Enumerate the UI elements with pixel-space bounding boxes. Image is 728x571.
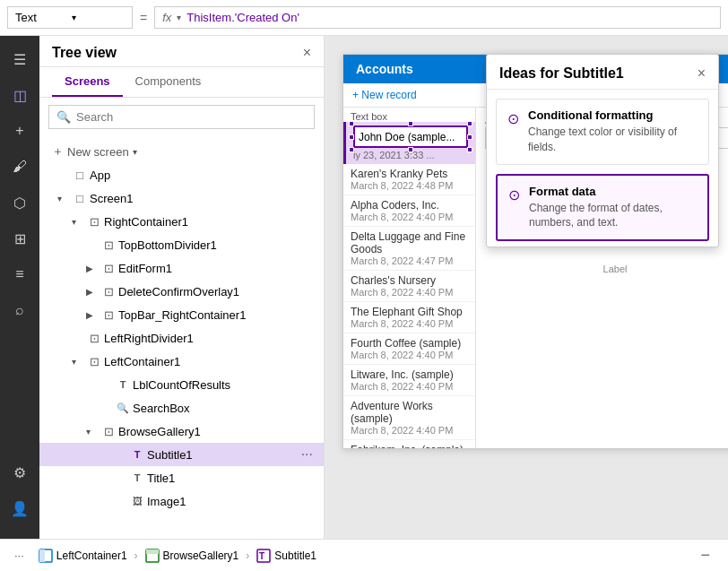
list-item[interactable]: Charles's Nursery March 8, 2022 4:40 PM <box>343 271 475 302</box>
ideas-panel: Ideas for Subtitle1 × ⊙ Conditional form… <box>486 54 719 247</box>
breadcrumb-leftcontainer1[interactable]: LeftContainer1 <box>31 545 134 567</box>
ideas-title: Ideas for Subtitle1 <box>499 65 624 82</box>
list-item[interactable]: Fabrikam, Inc. (sample) March 8, 2022 4:… <box>343 440 475 448</box>
breadcrumb-more-button[interactable]: ··· <box>7 545 31 566</box>
item-name: The Elephant Gift Shop <box>351 306 468 318</box>
title1-icon: T <box>129 472 145 483</box>
tree-item-rightcontainer1[interactable]: ▾ ⊡ RightContainer1 <box>39 210 324 233</box>
list-item[interactable]: Litware, Inc. (sample) March 8, 2022 4:4… <box>343 365 475 396</box>
idea-desc-format-data: Change the format of dates, numbers, and… <box>529 201 697 231</box>
list-item[interactable]: Adventure Works (sample) March 8, 2022 4… <box>343 396 475 440</box>
list-item[interactable]: Fourth Coffee (sample) March 8, 2022 4:4… <box>343 333 475 365</box>
chevron-leftcontainer1: ▾ <box>72 357 84 367</box>
app-icon: □ <box>72 169 88 182</box>
tree-title: Tree view <box>52 45 117 61</box>
tree-item-topbottomdivider1[interactable]: ⊡ TopBottomDivider1 <box>39 233 324 256</box>
idea-name-conditional: Conditional formatting <box>528 108 698 122</box>
tree-item-deleteconfirmoverlay1[interactable]: ▶ ⊡ DeleteConfirmOverlay1 <box>39 280 324 303</box>
list-item[interactable]: The Elephant Gift Shop March 8, 2022 4:4… <box>343 302 475 333</box>
list-item[interactable]: Delta Luggage and Fine Goods March 8, 20… <box>343 227 475 271</box>
item-name: Litware, Inc. (sample) <box>351 368 468 381</box>
user-icon[interactable]: 👤 <box>4 492 36 524</box>
tree-label-lblcountofresults: LblCountOfResults <box>133 378 316 392</box>
list-item[interactable]: Alpha Coders, Inc. March 8, 2022 4:40 PM <box>343 195 475 227</box>
breadcrumb-browsegallery1-label: BrowseGallery1 <box>163 549 239 562</box>
subtitle1-more-button[interactable]: ··· <box>298 446 316 463</box>
idea-name-format-data: Format data <box>529 185 697 198</box>
data-icon[interactable]: ⊞ <box>4 222 36 255</box>
tree-item-browsegallery1[interactable]: ▾ ⊡ BrowseGallery1 <box>39 420 324 443</box>
tree-item-editform1[interactable]: ▶ ⊡ EditForm1 <box>39 256 324 280</box>
search-input[interactable] <box>76 110 307 124</box>
ideas-header: Ideas for Subtitle1 × <box>487 55 718 90</box>
tree-tabs: Screens Components <box>39 67 324 98</box>
tree-item-leftcontainer1[interactable]: ▾ ⊡ LeftContainer1 <box>39 350 324 373</box>
tree-item-leftrightdivider1[interactable]: ⊡ LeftRightDivider1 <box>39 326 324 350</box>
tree-close-button[interactable]: × <box>303 45 311 61</box>
topbar-rightcontainer1-icon: ⊡ <box>100 308 117 322</box>
tree-search-box[interactable]: 🔍 <box>48 105 315 129</box>
breadcrumb-subtitle1[interactable]: T Subtitle1 <box>249 545 324 567</box>
formula-bar[interactable]: fx ▾ ThisItem.'Created On' <box>154 6 721 29</box>
search-panel-icon[interactable]: ⌕ <box>4 294 36 326</box>
tree-item-searchbox[interactable]: 🔍 SearchBox <box>39 396 324 420</box>
idea-card-format-data[interactable]: ⊙ Format data Change the format of dates… <box>496 174 709 242</box>
tree-label-topbottomdivider1: TopBottomDivider1 <box>118 238 316 252</box>
image1-icon: 🖼 <box>129 496 145 506</box>
selected-list-item[interactable]: John Doe (sample... <box>343 122 475 164</box>
searchbox-icon: 🔍 <box>115 402 131 414</box>
new-screen-chevron-icon: ▾ <box>133 147 137 157</box>
tree-item-topbar-rightcontainer1[interactable]: ▶ ⊡ TopBar_RightContainer1 <box>39 303 324 326</box>
svg-rect-1 <box>39 549 45 562</box>
new-screen-label: New screen <box>67 145 129 159</box>
idea-content-format-data: Format data Change the format of dates, … <box>529 185 697 231</box>
breadcrumb-collapse-button[interactable]: − <box>689 542 721 568</box>
tree-item-title1[interactable]: T Title1 <box>39 466 324 489</box>
bottom-bar: ··· LeftContainer1 › BrowseGallery1 › T … <box>0 539 728 571</box>
item-name: Karen's Kranky Pets <box>351 168 468 180</box>
property-dropdown[interactable]: Text ▾ <box>7 6 133 29</box>
layers-icon[interactable]: ◫ <box>4 79 36 111</box>
new-screen-button[interactable]: ＋ New screen ▾ <box>39 140 324 163</box>
formula-value: ThisItem.'Created On' <box>186 11 299 24</box>
conditional-icon: ⊙ <box>507 110 519 127</box>
tree-item-subtitle1[interactable]: T Subtitle1 ··· <box>39 443 324 466</box>
search-icon: 🔍 <box>56 110 71 124</box>
tree-item-image1[interactable]: 🖼 Image1 <box>39 489 324 513</box>
breadcrumb-leftcontainer1-label: LeftContainer1 <box>56 549 127 562</box>
svg-rect-3 <box>146 549 159 554</box>
variables-icon[interactable]: ≡ <box>4 258 36 290</box>
formula-chevron-icon: ▾ <box>177 13 181 22</box>
new-record-button[interactable]: + New record <box>352 89 417 101</box>
chevron-deleteconfirmoverlay1: ▶ <box>86 287 99 297</box>
tab-screens[interactable]: Screens <box>52 67 123 97</box>
list-item[interactable]: Karen's Kranky Pets March 8, 2022 4:48 P… <box>343 164 475 195</box>
tab-components[interactable]: Components <box>123 67 214 97</box>
brush-icon[interactable]: 🖌 <box>4 151 36 183</box>
item-date: March 8, 2022 4:48 PM <box>351 180 468 191</box>
components-icon[interactable]: ⬡ <box>4 186 36 219</box>
top-bar: Text ▾ = fx ▾ ThisItem.'Created On' <box>0 0 728 36</box>
rightcontainer1-icon: ⊡ <box>86 215 102 229</box>
tree-label-leftcontainer1: LeftContainer1 <box>104 355 316 368</box>
breadcrumb-browsegallery1[interactable]: BrowseGallery1 <box>138 545 247 567</box>
idea-card-conditional[interactable]: ⊙ Conditional formatting Change text col… <box>496 99 709 165</box>
browsegallery1-icon: ⊡ <box>100 425 117 438</box>
tree-item-app[interactable]: □ App <box>39 163 324 186</box>
tree-label-browsegallery1: BrowseGallery1 <box>118 425 316 438</box>
tree-label-image1: Image1 <box>147 495 316 508</box>
ideas-close-button[interactable]: × <box>698 65 706 82</box>
tree-item-lblcountofresults[interactable]: T LblCountOfResults <box>39 373 324 396</box>
plus-icon[interactable]: + <box>4 115 36 147</box>
canvas-area: Accounts + New record Text box John Doe … <box>325 36 728 539</box>
settings-icon[interactable]: ⚙ <box>4 456 36 489</box>
chevron-editform1: ▶ <box>86 264 99 273</box>
item-date: March 8, 2022 4:47 PM <box>351 255 468 266</box>
item-name: Fourth Coffee (sample) <box>351 337 468 350</box>
menu-icon[interactable]: ☰ <box>4 43 36 75</box>
leftcontainer1-icon: ⊡ <box>86 355 102 368</box>
tree-item-screen1[interactable]: ▾ □ Screen1 <box>39 186 324 210</box>
item-name: Charles's Nursery <box>351 274 468 287</box>
tree-label-screen1: Screen1 <box>90 192 316 205</box>
item-name: Fabrikam, Inc. (sample) <box>351 444 468 448</box>
